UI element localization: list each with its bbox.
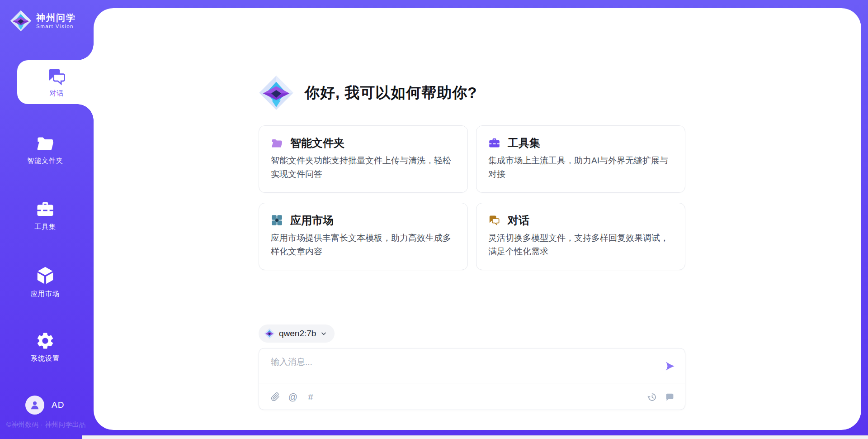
chevron-down-icon xyxy=(320,330,327,337)
card-description: 应用市场提供丰富长文本模板，助力高效生成多样化文章内容 xyxy=(271,231,455,259)
model-selector[interactable]: qwen2:7b xyxy=(259,324,335,343)
sidebar-item-smart-folder[interactable]: 智能文件夹 xyxy=(0,134,90,165)
user-profile[interactable]: AD xyxy=(25,396,64,415)
at-icon: @ xyxy=(288,392,297,401)
folder-icon xyxy=(35,134,55,153)
card-title: 对话 xyxy=(508,213,529,228)
feature-cards: 智能文件夹 智能文件夹功能支持批量文件上传与清洗，轻松实现文件问答 工具集 集成… xyxy=(259,125,685,270)
briefcase-icon xyxy=(35,200,55,219)
app-grid-icon xyxy=(271,214,283,226)
chat-bubble-icon xyxy=(665,392,675,402)
message-input[interactable] xyxy=(259,348,685,382)
person-icon xyxy=(29,399,41,411)
sidebar-item-toolset[interactable]: 工具集 xyxy=(0,200,90,231)
mention-button[interactable]: @ xyxy=(288,391,298,402)
model-name: qwen2:7b xyxy=(279,329,316,339)
sidebar-item-settings[interactable]: 系统设置 xyxy=(0,331,90,363)
message-input-card: @ # xyxy=(259,348,685,410)
hash-icon: # xyxy=(308,392,313,401)
topic-button[interactable]: # xyxy=(305,391,316,402)
tab-curve-top xyxy=(77,44,94,60)
chat-icon xyxy=(47,67,67,86)
sidebar-item-label: 工具集 xyxy=(0,223,90,231)
card-description: 集成市场上主流工具，助力AI与外界无缝扩展与对接 xyxy=(488,154,672,181)
chat-icon xyxy=(488,214,500,226)
card-title: 应用市场 xyxy=(290,213,334,228)
sidebar-item-label: 对话 xyxy=(50,89,64,98)
window-bottom-edge xyxy=(82,435,868,439)
copyright-text: ©神州数码 · 神州问学出品 xyxy=(6,420,86,429)
send-button[interactable] xyxy=(664,360,676,372)
app-logo[interactable]: 神州问学 Smart Vision xyxy=(10,10,76,32)
diamond-logo-icon xyxy=(259,75,294,110)
gear-icon xyxy=(35,331,55,351)
diamond-logo-icon xyxy=(264,328,275,339)
sidebar-item-label: 应用市场 xyxy=(0,290,90,298)
folder-icon xyxy=(271,137,283,149)
cube-icon xyxy=(35,265,56,286)
card-app-market[interactable]: 应用市场 应用市场提供丰富长文本模板，助力高效生成多样化文章内容 xyxy=(259,203,468,270)
tab-curve-bottom xyxy=(77,104,94,120)
input-toolbar: @ # xyxy=(259,383,685,410)
paperclip-icon xyxy=(271,392,280,401)
sidebar-item-label: 系统设置 xyxy=(0,354,90,363)
card-chat[interactable]: 对话 灵活切换多模型文件，支持多样回复效果调试，满足个性化需求 xyxy=(476,203,685,270)
sidebar-item-chat[interactable]: 对话 xyxy=(17,60,96,104)
greeting: 你好, 我可以如何帮助你? xyxy=(259,75,477,110)
card-title: 智能文件夹 xyxy=(290,136,344,150)
diamond-logo-icon xyxy=(10,10,32,32)
avatar xyxy=(25,396,44,415)
briefcase-icon xyxy=(488,137,500,149)
composer: qwen2:7b xyxy=(259,324,685,410)
history-button[interactable] xyxy=(646,391,657,402)
new-chat-button[interactable] xyxy=(664,391,675,402)
user-initials: AD xyxy=(52,400,64,410)
main-panel: 你好, 我可以如何帮助你? 智能文件夹 智能文件夹功能支持批量文件上传与清洗，轻… xyxy=(94,8,861,430)
sidebar: 神州问学 Smart Vision 对话 智能文件夹 工具集 xyxy=(0,0,94,439)
greeting-text: 你好, 我可以如何帮助你? xyxy=(305,83,477,103)
card-description: 灵活切换多模型文件，支持多样回复效果调试，满足个性化需求 xyxy=(488,231,672,259)
send-icon xyxy=(664,360,676,372)
card-title: 工具集 xyxy=(508,136,540,150)
card-smart-folder[interactable]: 智能文件夹 智能文件夹功能支持批量文件上传与清洗，轻松实现文件问答 xyxy=(259,125,468,193)
history-icon xyxy=(647,392,657,402)
attach-file-button[interactable] xyxy=(270,391,281,402)
sidebar-item-app-market[interactable]: 应用市场 xyxy=(0,265,90,298)
card-description: 智能文件夹功能支持批量文件上传与清洗，轻松实现文件问答 xyxy=(271,154,455,181)
app-subtitle: Smart Vision xyxy=(36,24,76,29)
app-name: 神州问学 xyxy=(36,13,76,23)
card-toolset[interactable]: 工具集 集成市场上主流工具，助力AI与外界无缝扩展与对接 xyxy=(476,125,685,193)
sidebar-item-label: 智能文件夹 xyxy=(0,157,90,165)
